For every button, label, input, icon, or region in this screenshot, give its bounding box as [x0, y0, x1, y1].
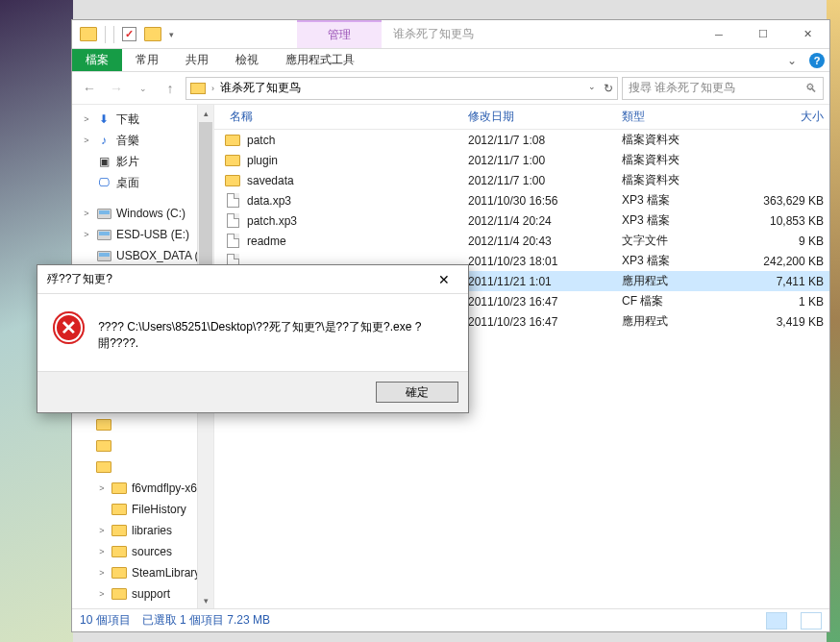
chevron-icon[interactable]: >	[97, 589, 107, 599]
status-selected: 已選取 1 個項目 7.23 MB	[142, 612, 270, 629]
cell-type: XP3 檔案	[616, 192, 722, 209]
scroll-up-icon[interactable]: ▴	[198, 105, 213, 121]
table-row[interactable]: data.xp32011/10/30 16:56XP3 檔案363,629 KB	[214, 190, 829, 210]
nav-item[interactable]: >♪音樂	[72, 130, 213, 151]
chevron-icon[interactable]: >	[97, 547, 107, 556]
cell-size: 363,629 KB	[722, 194, 829, 208]
nav-item[interactable]: >Windows (C:)	[72, 203, 213, 224]
history-dropdown[interactable]: ⌄	[132, 77, 155, 100]
col-date[interactable]: 修改日期	[462, 109, 616, 125]
chevron-icon[interactable]: >	[82, 136, 91, 145]
nav-item[interactable]: >support	[72, 583, 213, 605]
nav-label: sources	[132, 545, 172, 558]
nav-label: SteamLibrary	[132, 566, 200, 580]
minimize-button[interactable]: ─	[697, 20, 741, 48]
cell-size: 242,200 KB	[722, 255, 829, 268]
cell-type: CF 檔案	[616, 293, 722, 309]
nav-item[interactable]: >ESD-USB (E:)	[72, 224, 213, 245]
dialog-titlebar[interactable]: 殍??了知更? ✕	[37, 265, 468, 294]
cell-date: 2011/10/30 16:56	[462, 194, 616, 208]
chevron-icon[interactable]: >	[97, 526, 107, 535]
forward-button[interactable]: →	[105, 77, 128, 100]
cell-name: patch	[241, 134, 462, 147]
file-icon	[224, 213, 241, 228]
tab-file[interactable]: 檔案	[72, 49, 122, 71]
ribbon-contextual-tab[interactable]: 管理	[297, 20, 382, 48]
nav-item[interactable]: >f6vmdflpy-x64	[72, 478, 213, 499]
chevron-icon[interactable]: >	[82, 209, 91, 218]
search-input[interactable]: 搜尋 谁杀死了知更鸟 🔍︎	[622, 77, 824, 100]
cell-name: savedata	[241, 174, 462, 187]
cell-date: 2012/11/4 20:24	[462, 214, 616, 228]
cell-type: 文字文件	[616, 233, 722, 249]
table-row[interactable]: patch.xp32012/11/4 20:24XP3 檔案10,853 KB	[214, 210, 829, 231]
help-button[interactable]: ?	[804, 49, 829, 71]
nav-item[interactable]: USBOX_DATA (	[72, 245, 213, 266]
chevron-icon[interactable]: >	[97, 483, 107, 493]
folder-icon	[80, 27, 97, 41]
path-segment[interactable]: 谁杀死了知更鸟	[220, 80, 301, 96]
table-row[interactable]: savedata2012/11/7 1:00檔案資料夾	[214, 170, 829, 190]
up-button[interactable]: ↑	[159, 77, 182, 100]
cell-type: 檔案資料夾	[616, 152, 722, 168]
dialog-ok-button[interactable]: 確定	[376, 382, 458, 403]
chevron-icon[interactable]: >	[82, 114, 91, 124]
nav-label: 下載	[116, 111, 139, 128]
ribbon-collapse-icon[interactable]: ⌄	[779, 49, 804, 71]
nav-item[interactable]	[72, 435, 213, 457]
titlebar[interactable]: ✓ ▾ 管理 谁杀死了知更鸟 ─ ☐ ✕	[72, 20, 829, 49]
tab-home[interactable]: 常用	[122, 49, 172, 71]
view-large-button[interactable]	[801, 612, 822, 630]
nav-item[interactable]: FileHistory	[72, 499, 213, 520]
nav-label: Windows (C:)	[116, 207, 185, 220]
nav-item[interactable]: >⬇下載	[72, 109, 213, 130]
table-row[interactable]: readme2012/11/4 20:43文字文件9 KB	[214, 231, 829, 251]
table-row[interactable]: plugin2012/11/7 1:00檔案資料夾	[214, 150, 829, 170]
nav-item[interactable]: 🖵︎桌面	[72, 172, 213, 193]
close-button[interactable]: ✕	[785, 20, 829, 48]
maximize-button[interactable]: ☐	[741, 20, 785, 48]
chevron-down-icon[interactable]: ▾	[169, 30, 174, 39]
nav-item[interactable]: >SteamLibrary	[72, 562, 213, 583]
cell-name: patch.xp3	[241, 214, 462, 228]
col-type[interactable]: 類型	[616, 109, 722, 125]
nav-item[interactable]	[72, 457, 213, 478]
table-row[interactable]: patch2012/11/7 1:08檔案資料夾	[214, 130, 829, 150]
back-button[interactable]: ←	[78, 77, 101, 100]
nav-item[interactable]: ▣影片	[72, 151, 213, 172]
breadcrumb-path[interactable]: › 谁杀死了知更鸟 ⌄ ↻	[185, 77, 618, 100]
folder-icon	[224, 175, 241, 186]
chevron-icon[interactable]: >	[97, 568, 107, 578]
column-headers[interactable]: 名稱 修改日期 類型 大小	[214, 105, 829, 130]
cell-size: 9 KB	[722, 235, 829, 248]
nav-label: FileHistory	[132, 503, 186, 516]
chevron-icon[interactable]: >	[82, 230, 91, 239]
tab-view[interactable]: 檢視	[222, 49, 272, 71]
cell-type: 應用程式	[616, 313, 722, 330]
nav-label: f6vmdflpy-x64	[132, 482, 204, 495]
tab-share[interactable]: 共用	[172, 49, 222, 71]
nav-label: 音樂	[116, 133, 139, 149]
col-size[interactable]: 大小	[722, 109, 829, 125]
path-dropdown-icon[interactable]: ⌄	[588, 82, 596, 95]
nav-item[interactable]: >sources	[72, 541, 213, 562]
view-details-button[interactable]	[766, 612, 787, 630]
nav-label: support	[132, 587, 170, 601]
qat-check-icon[interactable]: ✓	[122, 27, 136, 41]
col-name[interactable]: 名稱	[224, 109, 462, 125]
dialog-close-button[interactable]: ✕	[430, 269, 458, 290]
folder-icon	[224, 155, 241, 166]
nav-item[interactable]: >libraries	[72, 520, 213, 541]
ribbon-tabs: 檔案 常用 共用 檢視 應用程式工具 ⌄ ?	[72, 49, 829, 72]
nav-item[interactable]	[72, 414, 213, 435]
tab-apptools[interactable]: 應用程式工具	[272, 49, 368, 71]
cell-size: 7,411 KB	[722, 275, 829, 288]
refresh-icon[interactable]: ↻	[604, 82, 613, 95]
folder-icon	[144, 27, 161, 41]
search-icon: 🔍︎	[805, 82, 817, 95]
nav-item[interactable]: >versions	[72, 605, 213, 608]
error-icon: ✕	[53, 311, 85, 344]
cell-name: plugin	[241, 154, 462, 167]
cell-date: 2011/10/23 16:47	[462, 295, 616, 309]
scroll-down-icon[interactable]: ▾	[198, 592, 213, 608]
